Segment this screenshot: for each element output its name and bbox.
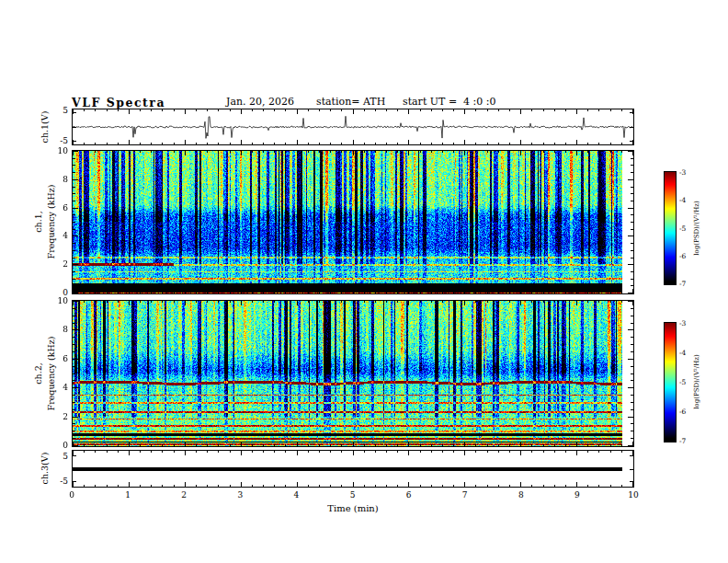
y-tick-label: 4 (51, 383, 68, 392)
x-tick-label: 0 (65, 490, 78, 500)
plot-title: VLF Spectra (72, 96, 165, 109)
ch1-channel-label: ch.1, (33, 211, 43, 233)
y-tick-label: 0 (51, 441, 68, 450)
ch2-spectrogram-canvas (73, 301, 633, 446)
colorbar-tick-label: -5 (679, 224, 686, 234)
colorbar-tick-label: -3 (679, 319, 686, 328)
ch1-frequency-axis-label: Frequency (kHz) (46, 185, 56, 259)
y-tick-label: 5 (51, 452, 68, 461)
x-tick-label: 5 (347, 490, 359, 500)
ch3-voltage-axis-label: ch.3(V) (40, 453, 50, 485)
x-tick-label: 4 (290, 490, 302, 500)
y-tick-label: 6 (51, 354, 68, 363)
ch1-voltage-axis-label: ch.1(V) (40, 111, 50, 144)
start-ut-label: start UT = 4 :0 :0 (403, 96, 496, 108)
ch3-flatline-canvas (73, 451, 633, 487)
station-label: station= ATH (316, 96, 385, 108)
ch2-colorbar-canvas (665, 323, 676, 442)
colorbar-tick-label: -6 (679, 408, 686, 417)
x-tick-label: 6 (403, 490, 415, 500)
y-tick-label: 2 (51, 412, 68, 421)
x-tick-label: 3 (233, 490, 246, 500)
colorbar-tick-label: -6 (679, 252, 686, 261)
x-tick-label: 10 (627, 490, 640, 500)
colorbar-tick-label: -7 (679, 280, 686, 289)
x-tick-label: 1 (121, 490, 134, 500)
ch3-flatline-panel (72, 450, 634, 488)
ch2-colorbar (664, 322, 677, 442)
y-tick-label: 8 (51, 325, 68, 334)
x-tick-label: 9 (571, 490, 584, 500)
y-tick-label: 5 (51, 106, 68, 115)
colorbar-tick-label: -3 (679, 168, 686, 178)
y-tick-label: 6 (51, 203, 68, 213)
y-tick-label: 10 (51, 296, 68, 305)
ch1-waveform-panel (72, 109, 634, 145)
colorbar-tick-label: -4 (679, 196, 686, 205)
ch1-spectrogram-canvas (73, 151, 633, 293)
ch1-waveform-canvas (73, 109, 633, 144)
ch1-spectrogram-panel (72, 150, 634, 294)
ch2-colorbar-label: log(PSD)/(V²/Hz) (693, 354, 700, 408)
ch1-colorbar (664, 171, 677, 285)
y-tick-label: 2 (51, 259, 68, 269)
y-tick-label: 8 (51, 175, 68, 184)
ch1-colorbar-canvas (665, 172, 676, 284)
y-tick-label: -5 (51, 136, 68, 145)
ch2-spectrogram-panel (72, 300, 634, 447)
y-tick-label: 4 (51, 231, 68, 240)
x-tick-label: 7 (459, 490, 472, 500)
ch2-frequency-axis-label: Frequency (kHz) (46, 337, 56, 411)
y-tick-label: 10 (51, 146, 68, 155)
x-tick-label: 8 (515, 490, 528, 500)
ch1-colorbar-label: log(PSD)/(V²/Hz) (693, 201, 700, 255)
colorbar-tick-label: -4 (679, 349, 686, 358)
time-axis-label: Time (min) (72, 503, 634, 513)
x-tick-label: 2 (177, 490, 190, 500)
ch2-channel-label: ch.2, (33, 362, 43, 385)
date-label: Jan. 20, 2026 (226, 96, 294, 108)
colorbar-tick-label: -7 (679, 437, 686, 446)
colorbar-tick-label: -5 (679, 378, 686, 387)
y-tick-label: -5 (51, 477, 68, 486)
vlf-spectra-figure: VLF Spectra Jan. 20, 2026 station= ATH s… (0, 0, 728, 563)
